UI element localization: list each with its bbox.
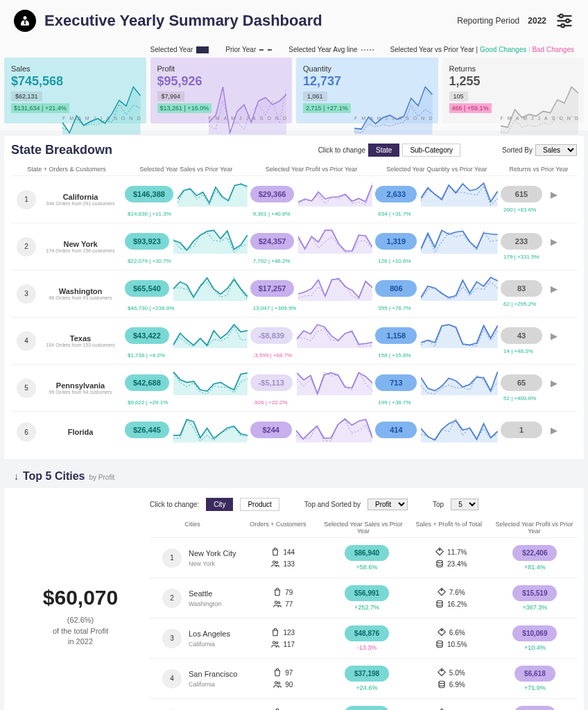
kpi-sparkline	[65, 71, 143, 121]
qty-pill: 713	[375, 374, 417, 391]
qty-delta: 199 | +38.7%	[375, 399, 498, 406]
profit-pill: -$8,839	[250, 327, 293, 344]
coin-icon	[435, 559, 444, 569]
svg-point-13	[278, 602, 280, 604]
svg-rect-1	[24, 20, 26, 24]
ret-delta: 52 | +400.0%	[501, 395, 577, 401]
kpi-cards: Sales $745,568 $62,131 $131,634 | +21.4%…	[0, 58, 588, 130]
profit-spark	[296, 417, 373, 442]
ret-delta: 14 | +48.3%	[501, 348, 577, 354]
rank-badge: 5	[17, 379, 36, 398]
sales-delta: $9,622 | +29.1%	[125, 399, 248, 406]
svg-point-19	[437, 641, 442, 643]
svg-point-5	[566, 19, 569, 23]
sales-pill: $26,445	[125, 422, 169, 438]
svg-point-8	[273, 561, 276, 564]
sales-spark	[173, 323, 248, 348]
state-row: 6 Florida $26,445 $244 414	[11, 411, 577, 452]
kpi-sparkline	[503, 71, 581, 121]
svg-point-7	[561, 24, 564, 28]
down-arrow-icon: ↓	[14, 471, 19, 482]
ret-pill: 1	[501, 422, 542, 438]
people-icon	[270, 559, 280, 569]
city-name: San Francisco	[189, 670, 237, 678]
kpi-avg: 1,061	[303, 92, 327, 101]
expand-icon[interactable]: ▶	[546, 425, 562, 435]
rank-badge: 1	[17, 190, 36, 209]
sales-spark	[178, 182, 248, 207]
city-rank: 4	[162, 669, 182, 689]
top5-body: $60,070 (62.6%) of the total Profit in 2…	[4, 488, 584, 710]
city-row: 3 Los Angeles California 123 117 $48,876…	[150, 618, 577, 658]
ret-pill: 83	[501, 280, 542, 297]
tag-icon	[437, 668, 447, 677]
svg-point-10	[439, 549, 440, 551]
city-profit-delta: +71.9%	[493, 684, 577, 691]
customers-count: 77	[285, 600, 293, 608]
qty-delta: 158 | +15.8%	[375, 352, 498, 358]
toggle-product[interactable]: Product	[240, 498, 279, 511]
kpi-ret[interactable]: Returns 1,255 105 466 | +59.1% FMAMJJASO…	[442, 58, 585, 123]
city-sales-pill: $13,808	[345, 706, 389, 710]
rank-badge: 2	[17, 237, 36, 257]
rank-badge: 3	[17, 284, 36, 304]
top5-sort-select[interactable]: Profit	[368, 499, 408, 510]
city-row: 1 New York City New York 144 133 $86,940…	[150, 537, 577, 578]
state-sub: 99 Orders from 94 customers	[39, 390, 122, 395]
city-profit-delta: +367.3%	[493, 604, 577, 611]
svg-point-0	[24, 16, 27, 19]
header: Executive Yearly Summary Dashboard Repor…	[0, 0, 588, 42]
toggle-subcategory[interactable]: Sub-Category	[402, 144, 460, 157]
kpi-qty[interactable]: Quantity 12,737 1,061 2,715 | +27.1% FMA…	[296, 58, 438, 123]
kpi-sparkline	[211, 71, 289, 121]
svg-point-12	[275, 601, 278, 604]
profit-pill: -$5,113	[250, 374, 293, 391]
people-icon	[270, 639, 280, 649]
state-row: 1 California 344 Orders from 291 custome…	[11, 175, 577, 223]
profit-delta: 13,047 | +309.9%	[250, 305, 373, 311]
svg-point-20	[275, 682, 278, 684]
legend-prior-swatch	[259, 49, 272, 51]
customers-count: 117	[283, 641, 295, 648]
city-profit-delta: +10.4%	[493, 644, 577, 651]
state-breakdown-section: State Breakdown Click to change State Su…	[4, 136, 584, 459]
toggle-state[interactable]: State	[368, 144, 399, 157]
reporting-period-year: 2022	[528, 16, 546, 26]
svg-point-9	[276, 562, 278, 564]
kpi-delta: $131,634 | +21.4%	[11, 103, 69, 113]
top5-count-select[interactable]: 5	[451, 499, 478, 510]
city-sales-pill: $48,876	[345, 625, 389, 641]
sort-by-select[interactable]: Sales	[535, 144, 577, 156]
ret-pill: 65	[501, 374, 542, 391]
bag-icon	[270, 547, 280, 557]
settings-icon[interactable]	[555, 11, 574, 31]
profit-pill: $244	[250, 422, 292, 438]
svg-point-21	[278, 682, 280, 684]
expand-icon[interactable]: ▶	[546, 284, 562, 294]
profit-pill: $17,257	[250, 280, 295, 297]
bag-icon	[273, 587, 282, 597]
tag-icon	[437, 627, 447, 637]
city-state: New York	[189, 560, 236, 567]
sales-pill: $42,688	[125, 374, 169, 391]
ret-pill: 233	[501, 233, 542, 250]
kpi-sales[interactable]: Sales $745,568 $62,131 $131,634 | +21.4%…	[4, 58, 146, 123]
profit-pct: 6.9%	[449, 681, 465, 689]
expand-icon[interactable]: ▶	[546, 189, 562, 200]
customers-count: 90	[285, 681, 293, 689]
toggle-city[interactable]: City	[206, 498, 233, 511]
kpi-delta: 2,715 | +27.1%	[303, 103, 351, 113]
city-row: 2 Seattle Washington 79 77 $56,991 +252.…	[150, 578, 577, 618]
sales-pct: 11.7%	[447, 548, 467, 556]
city-row: 5 Newark Delaware 11 11 $13,808 +297.1% …	[150, 698, 577, 710]
kpi-profit[interactable]: Profit $95,926 $7,994 $13,261 | +16.0% F…	[150, 58, 293, 123]
orders-count: 97	[285, 669, 293, 677]
top5-header: ↓ Top 5 Cities by Profit	[0, 465, 588, 488]
expand-icon[interactable]: ▶	[546, 331, 562, 341]
sales-delta: $46,730 | +238.8%	[125, 305, 248, 311]
expand-icon[interactable]: ▶	[546, 378, 562, 388]
sales-pill: $146,388	[125, 186, 173, 202]
people-icon	[273, 679, 282, 689]
logo-icon	[14, 10, 36, 32]
expand-icon[interactable]: ▶	[546, 236, 562, 247]
